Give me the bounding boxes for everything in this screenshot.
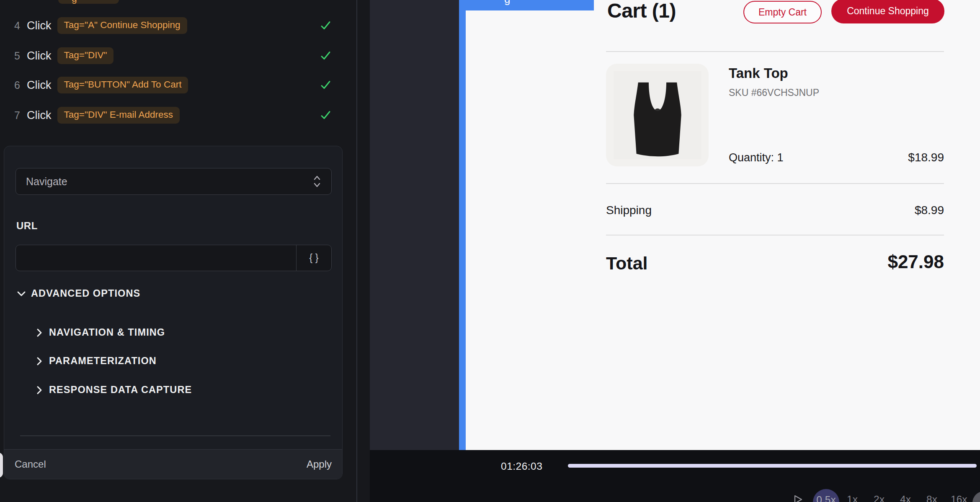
drawer-handle[interactable] bbox=[0, 453, 3, 478]
url-input[interactable] bbox=[16, 245, 296, 271]
cart-divider bbox=[606, 183, 944, 184]
step-target-tag: Tag="BUTTON" Add To Cart bbox=[57, 77, 188, 93]
section-response-data-capture[interactable]: RESPONSE DATA CAPTURE bbox=[36, 384, 192, 396]
shipping-label: Shipping bbox=[606, 204, 652, 217]
replay-background bbox=[370, 0, 459, 450]
step-number: 6 bbox=[14, 79, 23, 91]
step-action-label: Click bbox=[27, 79, 52, 92]
cart-page-title: Cart (1) bbox=[607, 0, 676, 22]
parameter-braces-button[interactable]: { } bbox=[296, 245, 331, 271]
action-editor-panel: Navigate URL { } ADVANCED OPTIONS NAVIGA… bbox=[4, 146, 343, 479]
select-updown-chevron-icon bbox=[313, 175, 321, 188]
apply-button[interactable]: Apply bbox=[307, 458, 332, 470]
step-success-check-icon bbox=[320, 80, 331, 91]
panel-divider bbox=[20, 435, 330, 436]
speed-option[interactable]: 8x bbox=[926, 494, 937, 502]
step-target-tag: Tag="DIV" E-mail Address bbox=[57, 107, 180, 124]
sidebar-divider bbox=[356, 0, 357, 502]
empty-cart-button[interactable]: Empty Cart bbox=[743, 1, 822, 23]
step-success-check-icon bbox=[320, 20, 331, 31]
product-price: $18.99 bbox=[908, 151, 944, 164]
product-quantity: Quantity: 1 bbox=[729, 151, 784, 164]
page-blue-banner-cutoff: g bbox=[459, 0, 594, 10]
product-image bbox=[606, 64, 709, 166]
step-row-4[interactable]: 4 Click Tag="A" Continue Shopping bbox=[0, 16, 356, 35]
total-value: $27.98 bbox=[887, 251, 944, 272]
step-number: 5 bbox=[14, 50, 23, 62]
playback-bar bbox=[370, 450, 980, 502]
advanced-options-toggle[interactable]: ADVANCED OPTIONS bbox=[17, 288, 140, 299]
cart-divider bbox=[606, 235, 944, 235]
step-row-6[interactable]: 6 Click Tag="BUTTON" Add To Cart bbox=[0, 76, 356, 94]
cart-divider bbox=[606, 51, 944, 52]
section-label: PARAMETERIZATION bbox=[49, 355, 157, 367]
speed-option[interactable]: 2x bbox=[874, 494, 885, 502]
step-action-label: Click bbox=[27, 109, 52, 122]
tank-top-photo bbox=[614, 70, 701, 160]
speed-option[interactable]: 1x bbox=[847, 494, 858, 502]
step-success-check-icon bbox=[320, 50, 331, 62]
step-row-5[interactable]: 5 Click Tag="DIV" bbox=[0, 47, 356, 65]
chevron-right-icon bbox=[36, 357, 42, 366]
step-action-label: Click bbox=[27, 19, 52, 32]
replayed-page bbox=[466, 0, 980, 450]
app-screen: g 4 Click Tag="A" Continue Shopping 5 Cl… bbox=[0, 0, 980, 502]
step-target-tag: Tag="DIV" bbox=[57, 47, 114, 64]
step-row-7[interactable]: 7 Click Tag="DIV" E-mail Address bbox=[0, 106, 356, 124]
section-label: NAVIGATION & TIMING bbox=[49, 327, 165, 338]
advanced-options-label: ADVANCED OPTIONS bbox=[31, 288, 140, 299]
chevron-down-icon bbox=[17, 291, 26, 297]
url-field-label: URL bbox=[16, 220, 38, 232]
section-navigation-timing[interactable]: NAVIGATION & TIMING bbox=[36, 327, 165, 338]
play-icon[interactable] bbox=[793, 494, 803, 502]
speed-option[interactable]: 4x bbox=[900, 494, 911, 502]
step-success-check-icon bbox=[320, 110, 331, 121]
total-label: Total bbox=[606, 253, 648, 274]
panel-footer: Cancel Apply bbox=[4, 449, 342, 479]
step-target-tag: Tag="A" Continue Shopping bbox=[57, 17, 187, 34]
playback-progress-bar[interactable] bbox=[568, 464, 977, 468]
step-number: 7 bbox=[14, 109, 23, 122]
section-label: RESPONSE DATA CAPTURE bbox=[49, 384, 192, 396]
continue-shopping-button[interactable]: Continue Shopping bbox=[831, 0, 944, 23]
step-number: 4 bbox=[14, 20, 23, 32]
steps-sidebar: g 4 Click Tag="A" Continue Shopping 5 Cl… bbox=[0, 0, 356, 502]
action-type-value: Navigate bbox=[26, 176, 67, 188]
product-sku: SKU #66VCHSJNUP bbox=[729, 87, 819, 98]
speed-option[interactable]: 16x bbox=[951, 494, 967, 502]
banner-overflow-text: g bbox=[504, 0, 510, 6]
section-parameterization[interactable]: PARAMETERIZATION bbox=[36, 355, 157, 367]
action-type-select[interactable]: Navigate bbox=[15, 168, 332, 195]
cut-pill-overflow-text: g bbox=[72, 0, 77, 4]
product-name: Tank Top bbox=[729, 65, 788, 81]
step-action-label: Click bbox=[27, 49, 52, 62]
chevron-right-icon bbox=[36, 386, 42, 395]
page-blue-edge-bar bbox=[459, 0, 466, 450]
playback-timestamp: 01:26:03 bbox=[501, 461, 542, 472]
cancel-button[interactable]: Cancel bbox=[15, 458, 46, 470]
url-input-group: { } bbox=[15, 245, 332, 271]
shipping-price: $8.99 bbox=[915, 204, 944, 217]
step-tag-pill-cutoff: g bbox=[58, 0, 119, 4]
chevron-right-icon bbox=[36, 328, 42, 337]
